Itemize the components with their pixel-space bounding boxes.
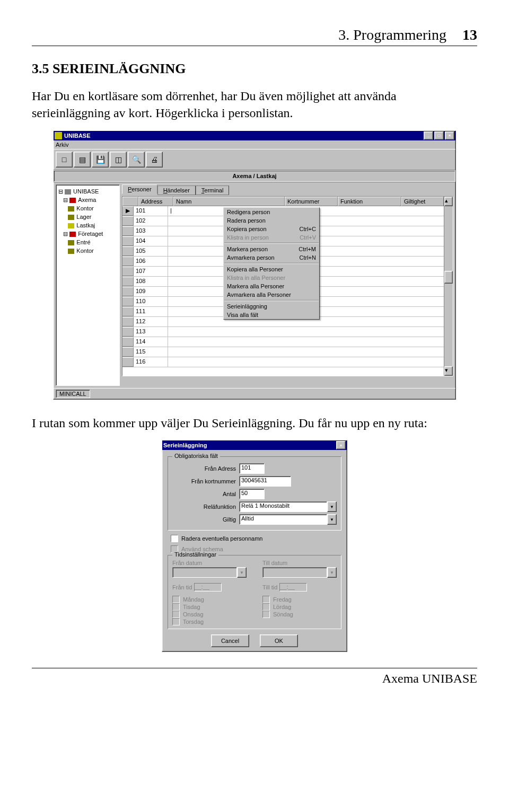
- tree-node[interactable]: Kontor: [58, 204, 117, 213]
- label-relay: Reläfunktion: [172, 504, 239, 510]
- menubar[interactable]: Arkiv: [54, 140, 455, 149]
- section-heading: 3.5 SERIEINLÄGGNING: [32, 61, 477, 77]
- menu-item[interactable]: Radera person: [224, 216, 319, 225]
- combo-valid[interactable]: Alltid: [239, 514, 327, 525]
- page-header: 3. Programmering 13: [32, 27, 477, 46]
- column-header[interactable]: Address: [138, 197, 173, 206]
- combo-relay[interactable]: Relä 1 Monostabilt: [239, 501, 327, 512]
- menu-item[interactable]: Avmarkera alla Personer: [224, 290, 319, 299]
- label-to-date: Till datum: [262, 560, 337, 566]
- input-to-time: __:__: [279, 583, 307, 592]
- tab-händelser[interactable]: Händelser: [157, 186, 196, 195]
- toolbar-button-3[interactable]: ◫: [110, 152, 127, 167]
- menu-item[interactable]: Kopiera alla Personer: [224, 265, 319, 273]
- paragraph-mid: I rutan som kommer upp väljer Du Seriein…: [32, 414, 477, 431]
- header-page-number: 13: [462, 27, 477, 43]
- checkbox-day: Fredag: [262, 596, 337, 603]
- fieldset-mandatory-legend: Obligatoriska fält: [172, 453, 220, 459]
- menu-item: Klistra in personCtrl+V: [224, 233, 319, 242]
- toolbar-button-1[interactable]: ▤: [74, 152, 91, 167]
- status-bar: MINICALL: [56, 390, 90, 398]
- tree-node[interactable]: Kontor: [58, 246, 117, 255]
- tab-personer[interactable]: Personer: [122, 184, 157, 194]
- minimize-button[interactable]: _: [424, 131, 433, 140]
- combo-valid-dropdown[interactable]: ▼: [327, 514, 337, 525]
- dialog-close-button[interactable]: ×: [336, 441, 346, 449]
- table-row[interactable]: 113: [122, 327, 444, 337]
- combo-relay-dropdown[interactable]: ▼: [327, 501, 337, 512]
- label-to-time: Till tid: [262, 584, 277, 590]
- checkbox-day: Söndag: [262, 611, 337, 618]
- from-date-dropdown: ▼: [237, 567, 247, 578]
- checkbox-day: Onsdag: [172, 611, 247, 618]
- input-from-address[interactable]: 101: [239, 463, 265, 474]
- to-date-dropdown: ▼: [327, 567, 337, 578]
- paragraph-intro: Har Du en kortläsare som dörrenhet, har …: [32, 87, 477, 122]
- input-from-date: [172, 567, 237, 578]
- window-titlebar[interactable]: UNIBASE _ □ ×: [54, 131, 455, 140]
- toolbar-button-4[interactable]: 🔍: [128, 152, 145, 167]
- menu-item[interactable]: Markera personCtrl+M: [224, 245, 319, 253]
- person-grid[interactable]: AddressNamnKortnummerFunktionGiltighet ▶…: [122, 196, 453, 376]
- tree-node[interactable]: ⊟ Axema: [58, 196, 117, 204]
- table-row[interactable]: 116: [122, 357, 444, 367]
- toolbar-button-5[interactable]: 🖨: [146, 152, 163, 167]
- scroll-up-button[interactable]: ▴: [444, 197, 453, 206]
- table-row[interactable]: 114: [122, 337, 444, 347]
- tree-node[interactable]: Entré: [58, 238, 117, 246]
- pane-title: Axema / Lastkaj: [232, 173, 276, 179]
- label-from-time: Från tid: [172, 584, 192, 590]
- tab-terminal[interactable]: Terminal: [196, 186, 230, 195]
- checkbox-day: Måndag: [172, 596, 247, 603]
- toolbar: □▤💾◫🔍🖨: [54, 149, 455, 170]
- input-to-date: [262, 567, 327, 578]
- input-count[interactable]: 50: [239, 489, 265, 499]
- context-menu[interactable]: Redigera personRadera personKopiera pers…: [223, 207, 320, 320]
- window-title: UNIBASE: [64, 133, 91, 139]
- dialog-title: Serieinläggning: [163, 442, 207, 448]
- column-header[interactable]: Kortnummer: [285, 197, 338, 206]
- menu-arkiv[interactable]: Arkiv: [56, 142, 68, 148]
- cancel-button[interactable]: Cancel: [211, 634, 249, 647]
- checkbox-delete-names[interactable]: Radera eventuella personnamn: [171, 535, 341, 542]
- menu-item[interactable]: Redigera person: [224, 208, 319, 216]
- fieldset-mandatory: Obligatoriska fält Från Adress101 Från k…: [168, 456, 341, 531]
- menu-item[interactable]: Avmarkera personCtrl+N: [224, 253, 319, 262]
- checkbox-day: Lördag: [262, 603, 337, 611]
- checkbox-day: Tisdag: [172, 603, 247, 611]
- column-header[interactable]: [122, 197, 138, 206]
- toolbar-button-0[interactable]: □: [56, 152, 73, 167]
- label-from-date: Från datum: [172, 560, 247, 566]
- scroll-down-button[interactable]: ▾: [444, 366, 453, 376]
- close-button[interactable]: ×: [445, 131, 454, 140]
- screenshot-unibase-window: UNIBASE _ □ × Arkiv □▤💾◫🔍🖨 Axema / Lastk…: [53, 130, 456, 400]
- table-row[interactable]: 115: [122, 347, 444, 357]
- tree-node[interactable]: ⊟ UNIBASE: [58, 187, 117, 196]
- input-from-card[interactable]: 30045631: [239, 476, 291, 487]
- vertical-scrollbar[interactable]: ▴ ▾: [444, 197, 453, 376]
- column-header[interactable]: Giltighet: [401, 197, 444, 206]
- column-header[interactable]: Funktion: [338, 197, 401, 206]
- input-from-time: __:__: [194, 583, 222, 592]
- tabstrip: PersonerHändelserTerminal: [122, 184, 453, 194]
- dialog-titlebar[interactable]: Serieinläggning ×: [162, 440, 347, 450]
- column-header[interactable]: Namn: [173, 197, 285, 206]
- label-valid: Giltig: [172, 516, 239, 523]
- scroll-thumb[interactable]: [444, 271, 453, 284]
- tree-node[interactable]: Lastkaj: [58, 221, 117, 230]
- tree-node[interactable]: ⊟ Företaget: [58, 230, 117, 238]
- menu-item[interactable]: Markera alla Personer: [224, 282, 319, 290]
- ok-button[interactable]: OK: [260, 634, 298, 647]
- menu-item[interactable]: Serieinläggning: [224, 302, 319, 311]
- maximize-button[interactable]: □: [434, 131, 444, 140]
- fieldset-time: Tidsinställningar Från datum ▼ Till datu…: [168, 555, 341, 629]
- toolbar-button-2[interactable]: 💾: [92, 152, 109, 167]
- tree-view[interactable]: ⊟ UNIBASE ⊟ Axema Kontor Lager Lastkaj ⊟…: [56, 184, 120, 386]
- menu-item[interactable]: Kopiera personCtrl+C: [224, 225, 319, 233]
- tree-node[interactable]: Lager: [58, 213, 117, 221]
- footer-brand: Axema UNIBASE: [382, 672, 477, 686]
- checkbox-day: Torsdag: [172, 618, 247, 625]
- label-from-card: Från kortnummer: [172, 478, 239, 484]
- header-title: 3. Programmering: [338, 27, 446, 43]
- menu-item[interactable]: Visa alla fält: [224, 311, 319, 319]
